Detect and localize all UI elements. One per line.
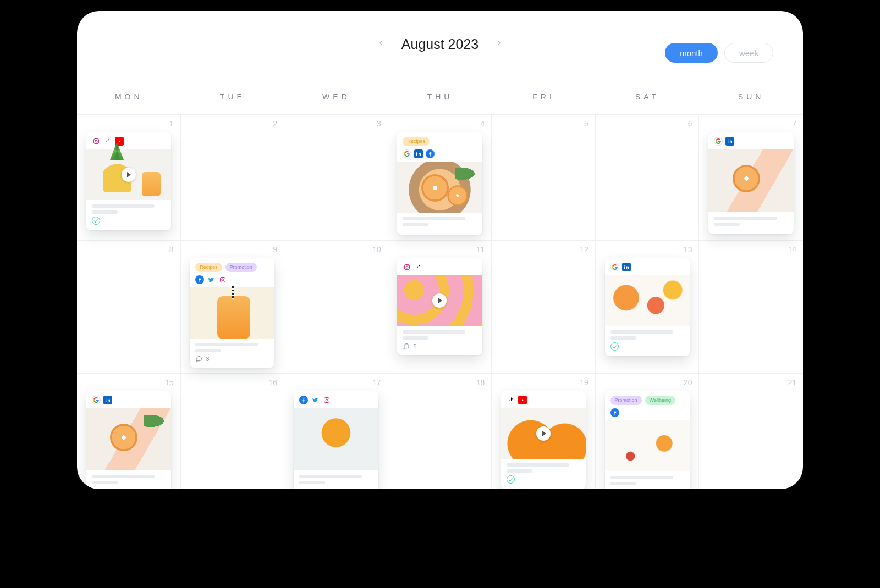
tag-promotion: Promotion [226,263,257,272]
calendar-week: 151617181920PromotionWellbeing21 [77,374,803,489]
instagram-icon [92,137,101,146]
post-networks [195,275,269,284]
day-number: 10 [372,245,381,254]
dow-sat: SAT [596,77,700,114]
post-caption-placeholder [397,213,482,235]
arrow-right-icon [495,39,503,49]
post-networks [714,137,788,146]
post-card[interactable] [294,391,378,489]
post-thumbnail [86,408,171,470]
prev-month-button[interactable] [375,38,387,50]
google-icon [714,137,723,146]
approved-icon [507,475,515,484]
google-icon [92,396,101,404]
post-card[interactable]: Recipes [397,132,482,235]
facebook-icon [299,396,308,404]
day-number: 11 [476,245,485,254]
view-week-button[interactable]: week [724,43,773,63]
post-card[interactable] [501,391,586,489]
post-card[interactable] [86,391,171,489]
comment-count: 5 [413,343,416,350]
calendar-day[interactable]: 21 [699,374,803,489]
post-card[interactable] [708,132,794,234]
calendar-day[interactable]: 13 [596,241,700,373]
calendar-day[interactable]: 16 [181,374,285,489]
dow-thu: THU [388,77,492,114]
post-thumbnail [605,420,690,471]
day-number: 1 [169,119,174,128]
calendar-day[interactable]: 19 [492,374,596,489]
comment-count: 3 [206,356,209,362]
post-caption-placeholder [605,326,690,356]
tag-wellbeing: Wellbeing [645,396,675,405]
twitter-icon [311,396,320,404]
calendar-day[interactable]: 17 [284,374,388,489]
calendar-week: 1234Recipes567 [77,115,803,241]
post-tags: Recipes [403,137,476,146]
calendar-header: August 2023 month week [77,11,803,77]
next-month-button[interactable] [493,38,505,50]
calendar-day[interactable]: 18 [388,374,492,489]
facebook-icon [426,149,435,158]
month-title: August 2023 [402,36,479,52]
calendar-day[interactable]: 6 [596,115,700,240]
post-thumbnail [605,275,690,326]
twitter-icon [207,275,216,284]
post-networks [403,149,476,158]
calendar-day[interactable]: 9RecipesPromotion3 [181,241,285,373]
calendar-day[interactable]: 20PromotionWellbeing [596,374,700,489]
view-toggle: month week [665,43,773,63]
post-thumbnail [397,162,482,213]
post-card[interactable]: 5 [397,258,482,355]
dow-sun: SUN [699,77,803,114]
calendar-day[interactable]: 14 [699,241,803,373]
instagram-icon [218,275,227,284]
calendar-day[interactable]: 8 [77,241,181,373]
post-caption-placeholder [708,212,794,234]
calendar-day[interactable]: 4Recipes [388,115,492,240]
post-tags: RecipesPromotion [195,263,269,272]
calendar-day[interactable]: 15 [77,374,181,489]
dow-mon: MON [77,77,181,114]
day-number: 16 [269,378,278,387]
tag-promotion: Promotion [610,396,642,405]
month-navigator: August 2023 [375,36,505,52]
calendar-app: August 2023 month week MON TUE WED THU F… [77,11,803,489]
post-card[interactable]: RecipesPromotion3 [190,258,274,368]
calendar-day[interactable]: 10 [284,241,388,373]
tiktok-icon [103,137,112,146]
dow-row: MON TUE WED THU FRI SAT SUN [77,77,803,115]
post-card[interactable] [605,258,690,356]
dow-wed: WED [284,77,388,114]
instagram-icon [322,396,331,404]
post-card[interactable] [86,132,171,230]
view-month-button[interactable]: month [665,43,718,63]
comment-icon [403,342,410,350]
day-number: 2 [273,119,277,128]
calendar-day[interactable]: 115 [388,241,492,373]
post-thumbnail [86,149,171,200]
post-caption-placeholder [86,470,171,489]
calendar-day[interactable]: 2 [181,115,285,240]
day-number: 17 [372,378,381,387]
post-networks [92,137,166,146]
tag-recipes: Recipes [403,137,430,146]
post-networks [507,396,580,404]
approved-icon [92,217,100,225]
calendar-day[interactable]: 3 [284,115,388,240]
post-caption-placeholder [294,470,378,489]
calendar-day[interactable]: 12 [492,241,596,373]
day-number: 4 [480,119,485,128]
calendar-day[interactable]: 7 [699,115,803,240]
linkedin-icon [622,263,631,271]
post-caption-placeholder [605,471,690,489]
calendar-day[interactable]: 1 [77,115,181,240]
day-number: 12 [580,245,588,254]
play-icon [432,293,447,308]
post-thumbnail [294,408,378,470]
dow-tue: TUE [181,77,285,114]
calendar-grid: MON TUE WED THU FRI SAT SUN 1234Recipes5… [77,77,803,489]
post-caption-placeholder [86,200,171,230]
calendar-day[interactable]: 5 [492,115,596,240]
post-card[interactable]: PromotionWellbeing [605,391,690,489]
